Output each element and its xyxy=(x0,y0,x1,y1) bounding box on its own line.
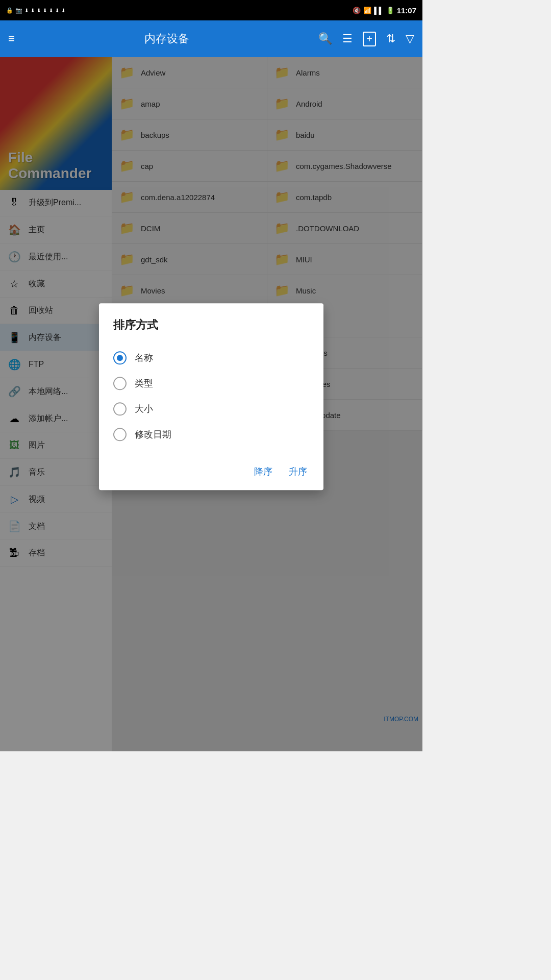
download-icon-4: ⬇ xyxy=(43,8,47,13)
sort-option-size[interactable]: 大小 xyxy=(113,396,309,422)
download-icon-2: ⬇ xyxy=(31,8,35,13)
download-icon-1: ⬇ xyxy=(24,8,29,13)
filter-icon[interactable]: ▽ xyxy=(406,32,414,45)
app-bar-icons: 🔍 ☰ + ⇅ ▽ xyxy=(318,32,414,46)
status-icons-left: 🔒 📷 ⬇ ⬇ ⬇ ⬇ ⬇ ⬇ ⬇ xyxy=(6,7,65,14)
main-content: FileCommander 🎖 升级到Premi... 🏠 主页 🕐 最近使用.… xyxy=(0,57,422,751)
sort-option-name-label: 名称 xyxy=(135,352,153,364)
status-bar: 🔒 📷 ⬇ ⬇ ⬇ ⬇ ⬇ ⬇ ⬇ 🔇 📶 ▌▌ 🔋 11:07 xyxy=(0,0,422,20)
clock: 11:07 xyxy=(397,6,416,15)
app-bar-title: 内存设备 xyxy=(23,31,310,46)
sort-option-type-label: 类型 xyxy=(135,377,153,389)
sort-dialog: 排序方式 名称 类型 大小 修改日期 降序 升序 xyxy=(99,303,323,490)
sort-option-date[interactable]: 修改日期 xyxy=(113,422,309,447)
menu-icon[interactable]: ≡ xyxy=(8,32,15,45)
download-icon-7: ⬇ xyxy=(61,8,65,13)
wifi-icon: 📶 xyxy=(363,7,371,14)
dialog-title: 排序方式 xyxy=(113,317,309,333)
signal-icon: ▌▌ xyxy=(374,7,383,14)
radio-date[interactable] xyxy=(113,428,127,441)
sort-icon[interactable]: ⇅ xyxy=(386,32,395,45)
radio-name[interactable] xyxy=(113,351,127,364)
battery-icon: 🔋 xyxy=(386,7,394,14)
download-icon-6: ⬇ xyxy=(55,8,59,13)
status-icons-right: 🔇 📶 ▌▌ 🔋 11:07 xyxy=(353,6,416,15)
sort-option-size-label: 大小 xyxy=(135,403,153,415)
app-bar: ≡ 内存设备 🔍 ☰ + ⇅ ▽ xyxy=(0,20,422,57)
dialog-actions: 降序 升序 xyxy=(113,457,309,482)
ascending-button[interactable]: 升序 xyxy=(287,461,309,482)
lock-icon: 🔒 xyxy=(6,7,13,14)
descending-button[interactable]: 降序 xyxy=(252,461,274,482)
radio-size[interactable] xyxy=(113,402,127,415)
sort-option-type[interactable]: 类型 xyxy=(113,371,309,396)
download-icon-3: ⬇ xyxy=(37,8,41,13)
sort-option-name[interactable]: 名称 xyxy=(113,345,309,371)
add-folder-icon[interactable]: + xyxy=(363,32,376,46)
mute-icon: 🔇 xyxy=(353,7,361,14)
download-icon-5: ⬇ xyxy=(49,8,53,13)
radio-type[interactable] xyxy=(113,377,127,390)
search-icon[interactable]: 🔍 xyxy=(318,32,332,45)
camera-icon: 📷 xyxy=(15,7,22,14)
sort-option-date-label: 修改日期 xyxy=(135,428,171,440)
list-view-icon[interactable]: ☰ xyxy=(342,32,353,45)
